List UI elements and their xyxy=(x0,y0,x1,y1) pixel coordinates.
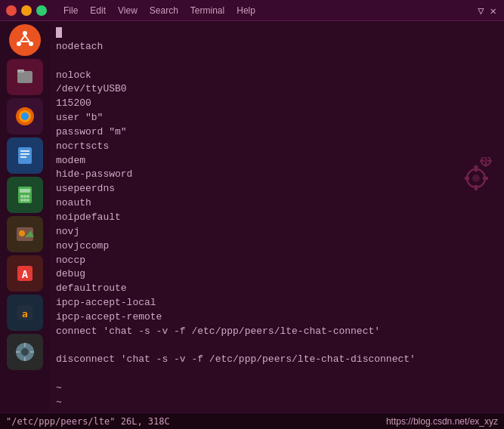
minimize-button[interactable] xyxy=(21,5,32,16)
menu-search[interactable]: Search xyxy=(145,4,183,17)
svg-point-22 xyxy=(19,230,25,236)
sidebar: A a xyxy=(0,21,50,412)
titlebar: File Edit View Search Terminal Help ▽ ✕ xyxy=(0,0,504,21)
terminal-line xyxy=(56,367,498,381)
terminal-line: noipdefault xyxy=(56,211,498,225)
svg-rect-12 xyxy=(20,156,26,158)
svg-point-19 xyxy=(23,199,26,202)
terminal-line: novjccomp xyxy=(56,239,498,254)
terminal-line xyxy=(56,339,498,353)
maximize-button[interactable] xyxy=(36,5,47,16)
menu-edit[interactable]: Edit xyxy=(85,4,110,17)
terminal-line: nolock xyxy=(56,69,498,83)
terminal-line: modem xyxy=(56,154,498,168)
statusbar: "/etc/ppp/peers/lte" 26L, 318C https://b… xyxy=(0,412,504,429)
svg-point-29 xyxy=(21,348,29,356)
close-icon: ✕ xyxy=(490,5,496,17)
terminal-line: /dev/ttyUSB0 xyxy=(56,82,498,97)
main-area: A a nodetach nolock /dev/ttyUSB0 xyxy=(0,21,504,412)
terminal-line: user "b" xyxy=(56,111,498,125)
terminal-line: 115200 xyxy=(56,97,498,111)
calc-icon[interactable] xyxy=(7,177,43,213)
svg-point-1 xyxy=(23,31,27,35)
menu-help[interactable]: Help xyxy=(232,4,260,17)
svg-point-20 xyxy=(26,199,29,202)
terminal-line: ipcp-accept-remote xyxy=(56,310,498,325)
terminal-line: novj xyxy=(56,225,498,239)
tools-icon[interactable] xyxy=(7,334,43,370)
signal-icon: ▽ xyxy=(478,5,484,17)
terminal-line: noccp xyxy=(56,254,498,268)
terminal-area[interactable]: nodetach nolock /dev/ttyUSB0 115200 user… xyxy=(50,21,504,412)
status-right: https://blog.csdn.net/ex_xyz xyxy=(386,416,498,427)
writer-icon[interactable] xyxy=(7,137,43,174)
svg-text:A: A xyxy=(22,268,29,280)
terminal-line: nocrtscts xyxy=(56,140,498,154)
files-icon[interactable] xyxy=(7,59,43,95)
menu-terminal[interactable]: Terminal xyxy=(186,4,229,17)
svg-point-16 xyxy=(23,195,26,198)
close-button[interactable] xyxy=(6,5,17,16)
terminal-tilde-1: ~ xyxy=(56,381,498,396)
svg-rect-14 xyxy=(20,189,30,193)
svg-rect-11 xyxy=(20,153,29,155)
svg-rect-31 xyxy=(24,357,26,361)
connect-line: connect 'chat -s -v -f /etc/ppp/peers/lt… xyxy=(56,325,498,339)
status-left: "/etc/ppp/peers/lte" 26L, 318C xyxy=(6,416,170,427)
menu-view[interactable]: View xyxy=(113,4,142,17)
title-right: ▽ ✕ xyxy=(478,5,504,17)
terminal-line: debug xyxy=(56,267,498,282)
svg-rect-4 xyxy=(17,71,32,83)
svg-point-17 xyxy=(26,195,29,198)
svg-rect-10 xyxy=(20,150,29,152)
terminal-line: nodetach xyxy=(56,40,498,54)
svg-point-8 xyxy=(21,113,29,120)
terminal-line: ipcp-accept-local xyxy=(56,296,498,310)
svg-point-15 xyxy=(20,195,23,198)
terminal-tilde-2: ~ xyxy=(56,396,498,410)
svg-rect-5 xyxy=(17,69,24,73)
terminal-line: hide-password xyxy=(56,168,498,182)
svg-point-18 xyxy=(20,199,23,202)
svg-rect-9 xyxy=(18,147,32,164)
svg-text:a: a xyxy=(22,308,28,319)
photos-icon[interactable] xyxy=(7,216,43,252)
firefox-icon[interactable] xyxy=(7,98,43,134)
terminal-line: defaultroute xyxy=(56,282,498,296)
svg-rect-32 xyxy=(16,351,20,353)
terminal-line: noauth xyxy=(56,196,498,211)
disconnect-line: disconnect 'chat -s -v -f /etc/ppp/peers… xyxy=(56,353,498,367)
terminal-line: password "m" xyxy=(56,125,498,140)
terminal-line xyxy=(56,26,498,40)
ubuntu-logo-icon[interactable] xyxy=(9,24,41,56)
terminal-line xyxy=(56,54,498,69)
svg-rect-30 xyxy=(24,343,26,347)
menu-bar: File Edit View Search Terminal Help xyxy=(47,4,478,17)
amazon-icon[interactable]: a xyxy=(7,295,43,331)
window-controls xyxy=(0,5,47,16)
installer-icon[interactable]: A xyxy=(7,255,43,292)
menu-file[interactable]: File xyxy=(59,4,82,17)
svg-rect-33 xyxy=(30,351,34,353)
terminal-line: usepeerdns xyxy=(56,182,498,196)
